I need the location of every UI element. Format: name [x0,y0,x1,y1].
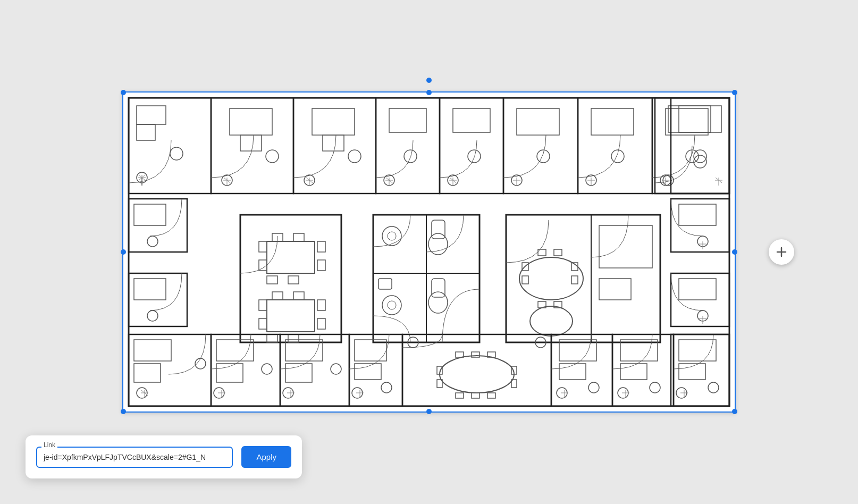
plus-icon [776,246,787,258]
floor-plan-wrapper [122,91,736,413]
handle-mid-left[interactable] [121,249,126,255]
link-input[interactable] [36,447,233,468]
canvas-area: Link Apply [0,0,858,504]
link-dialog: Link Apply [26,435,302,478]
link-field-wrapper: Link [36,447,233,468]
handle-top-center[interactable] [426,90,432,95]
handle-top-right[interactable] [732,90,737,95]
handle-bottom-center[interactable] [426,409,432,414]
handle-mid-right[interactable] [732,249,737,255]
add-element-button[interactable] [769,239,794,265]
floor-plan-svg [123,93,735,411]
handle-top-left[interactable] [121,90,126,95]
handle-bottom-right[interactable] [732,409,737,414]
rotate-handle[interactable] [426,78,432,83]
link-label: Link [41,442,57,448]
handle-bottom-left[interactable] [121,409,126,414]
selection-container [122,91,736,413]
apply-button[interactable]: Apply [241,446,291,468]
